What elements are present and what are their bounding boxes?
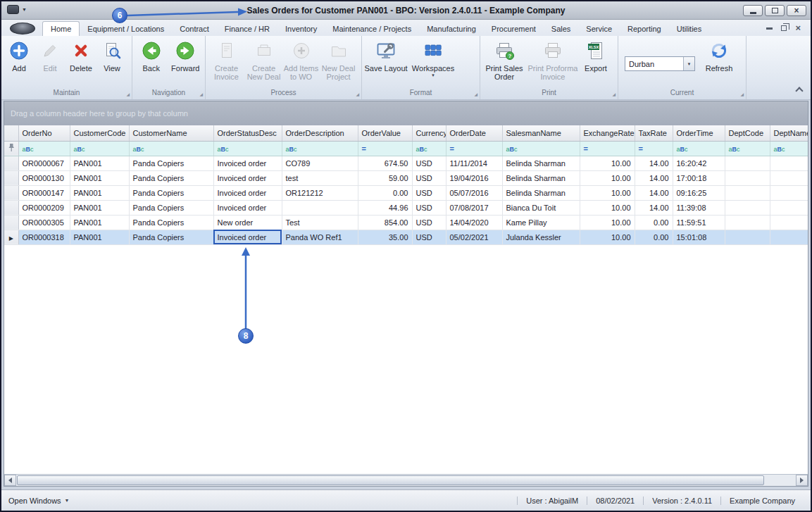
cell-currency[interactable]: USD [412, 200, 446, 215]
column-header-currency[interactable]: Currency [412, 125, 446, 141]
cell-taxrate[interactable]: 14.00 [635, 156, 673, 170]
cell-orderdescription[interactable]: CO789 [282, 156, 358, 170]
filter-cell-deptname[interactable]: aBc [770, 141, 808, 156]
create-invoice-button[interactable]: Create Invoice [208, 38, 245, 89]
cell-orderstatusdesc[interactable]: Invoiced order [213, 156, 282, 170]
branch-select-caret-icon[interactable]: ▼ [683, 57, 694, 70]
cell-ordertime[interactable]: 15:01:08 [673, 230, 725, 244]
cell-orderno[interactable]: OR0000067 [18, 156, 70, 170]
cell-ordervalue[interactable]: 674.50 [358, 156, 412, 170]
cell-deptcode[interactable] [725, 230, 770, 244]
cell-customercode[interactable]: PAN001 [70, 215, 129, 230]
cell-customername[interactable]: Panda Copiers [129, 170, 213, 185]
cell-taxrate[interactable]: 0.00 [635, 230, 673, 244]
back-button[interactable]: Back [135, 38, 168, 89]
cell-orderdate[interactable]: 19/04/2016 [446, 170, 502, 185]
cell-deptcode[interactable] [725, 170, 770, 185]
tab-service[interactable]: Service [578, 22, 620, 36]
tab-reporting[interactable]: Reporting [620, 22, 669, 36]
filter-cell-ordervalue[interactable]: = [358, 141, 412, 156]
cell-orderstatusdesc[interactable]: Invoiced order [213, 200, 282, 215]
export-button[interactable]: XLSX Export [580, 38, 612, 89]
cell-exchangerate[interactable]: 10.00 [580, 170, 635, 185]
cell-orderstatusdesc[interactable]: New order [213, 215, 282, 230]
column-header-deptcode[interactable]: DeptCode [725, 125, 770, 141]
cell-currency[interactable]: USD [412, 170, 446, 185]
cell-deptname[interactable] [770, 230, 808, 244]
tab-sales[interactable]: Sales [544, 22, 579, 36]
column-header-customername[interactable]: CustomerName [129, 125, 213, 141]
filter-cell-orderdescription[interactable]: aBc [282, 141, 358, 156]
cell-ordervalue[interactable]: 44.96 [358, 200, 412, 215]
cell-orderdescription[interactable] [282, 200, 358, 215]
filter-cell-exchangerate[interactable]: = [580, 141, 635, 156]
cell-deptname[interactable] [770, 215, 808, 230]
ribbon-close-icon[interactable]: × [795, 25, 801, 32]
workspaces-button[interactable]: Workspaces ▼ [408, 38, 458, 89]
cell-salesmanname[interactable]: Kame Pillay [502, 215, 580, 230]
cell-orderdate[interactable]: 05/02/2021 [446, 230, 502, 244]
cell-salesmanname[interactable]: Julanda Kessler [502, 230, 580, 244]
edit-button[interactable]: Edit [35, 38, 65, 89]
tab-finance-hr[interactable]: Finance / HR [217, 22, 277, 36]
cell-orderno[interactable]: OR0000130 [18, 170, 70, 185]
group-dialog-launcher-icon[interactable]: ◢ [356, 92, 359, 96]
filter-cell-orderdate[interactable]: = [446, 141, 502, 156]
cell-orderdate[interactable]: 14/04/2020 [446, 215, 502, 230]
print-sales-order-button[interactable]: ? Print Sales Order [482, 38, 526, 89]
add-items-to-wo-button[interactable]: Add Items to WO [282, 38, 320, 89]
scroll-right-button[interactable] [796, 475, 808, 486]
cell-orderdescription[interactable]: OR121212 [282, 185, 358, 200]
column-header-deptname[interactable]: DeptName [770, 125, 808, 141]
save-layout-button[interactable]: Save Layout [364, 38, 408, 89]
cell-customername[interactable]: Panda Copiers [129, 185, 213, 200]
cell-exchangerate[interactable]: 10.00 [580, 185, 635, 200]
tab-home[interactable]: Home [42, 21, 80, 36]
print-proforma-invoice-button[interactable]: Print Proforma Invoice [526, 38, 580, 89]
cell-currency[interactable]: USD [412, 215, 446, 230]
tab-utilities[interactable]: Utilities [669, 22, 709, 36]
cell-orderdate[interactable]: 11/11/2014 [446, 156, 502, 170]
collapse-ribbon-icon[interactable] [795, 87, 803, 94]
cell-salesmanname[interactable]: Belinda Sharman [502, 170, 580, 185]
cell-deptname[interactable] [770, 185, 808, 200]
cell-deptname[interactable] [770, 200, 808, 215]
group-dialog-launcher-icon[interactable]: ◢ [612, 92, 616, 96]
filter-cell-customername[interactable]: aBc [129, 141, 213, 156]
cell-orderno[interactable]: OR0000147 [18, 185, 70, 200]
cell-ordertime[interactable]: 09:16:25 [673, 185, 725, 200]
cell-taxrate[interactable]: 14.00 [635, 200, 673, 215]
column-header-ordervalue[interactable]: OrderValue [358, 125, 412, 141]
table-row[interactable]: OR0000130PAN001Panda CopiersInvoiced ord… [4, 170, 808, 185]
group-by-panel[interactable]: Drag a column header here to group by th… [4, 101, 808, 125]
cell-salesmanname[interactable]: Belinda Sharman [502, 156, 580, 170]
cell-orderdescription[interactable]: Test [282, 215, 358, 230]
cell-salesmanname[interactable]: Bianca Du Toit [502, 200, 580, 215]
cell-deptcode[interactable] [725, 185, 770, 200]
cell-ordertime[interactable]: 17:00:18 [673, 170, 725, 185]
maximize-button[interactable] [765, 5, 785, 16]
cell-customername[interactable]: Panda Copiers [129, 230, 213, 244]
column-header-orderdate[interactable]: OrderDate [446, 125, 502, 141]
cell-ordertime[interactable]: 16:20:42 [673, 156, 725, 170]
cell-taxrate[interactable]: 14.00 [635, 170, 673, 185]
filter-cell-deptcode[interactable]: aBc [725, 141, 770, 156]
cell-deptcode[interactable] [725, 156, 770, 170]
cell-customercode[interactable]: PAN001 [70, 200, 129, 215]
cell-ordertime[interactable]: 11:39:08 [673, 200, 725, 215]
cell-taxrate[interactable]: 14.00 [635, 185, 673, 200]
cell-orderdescription[interactable]: Panda WO Ref1 [282, 230, 358, 244]
cell-currency[interactable]: USD [412, 230, 446, 244]
cell-orderstatusdesc[interactable]: Invoiced order [213, 185, 282, 200]
cell-customercode[interactable]: PAN001 [70, 230, 129, 244]
cell-customername[interactable]: Panda Copiers [129, 200, 213, 215]
scroll-left-button[interactable] [4, 475, 16, 486]
cell-orderdescription[interactable]: test [282, 170, 358, 185]
cell-exchangerate[interactable]: 10.00 [580, 200, 635, 215]
cell-ordervalue[interactable]: 0.00 [358, 185, 412, 200]
cell-ordertime[interactable]: 11:59:51 [673, 215, 725, 230]
cell-orderdate[interactable]: 05/07/2016 [446, 185, 502, 200]
cell-customercode[interactable]: PAN001 [70, 156, 129, 170]
filter-cell-salesmanname[interactable]: aBc [502, 141, 580, 156]
cell-deptcode[interactable] [725, 215, 770, 230]
